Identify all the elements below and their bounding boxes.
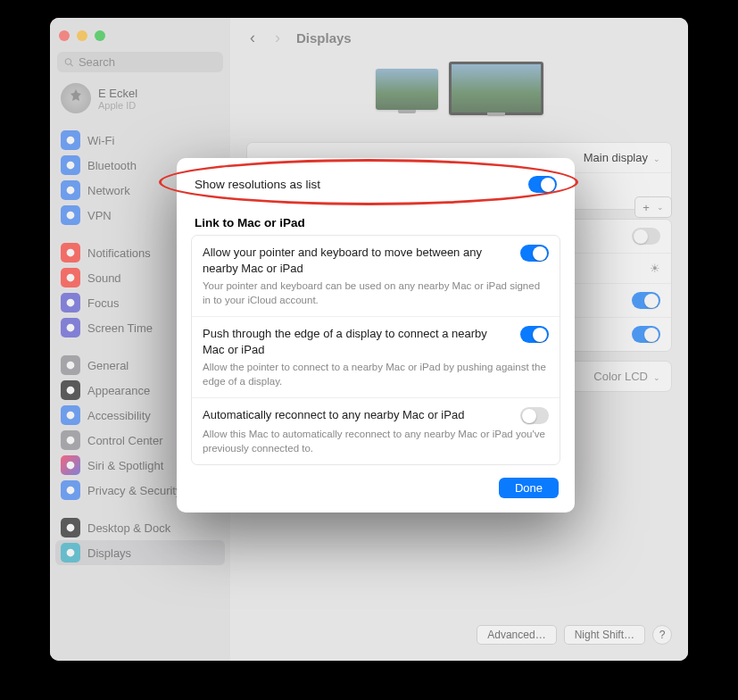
- sidebar-item-label: Wi-Fi: [87, 134, 114, 147]
- svg-point-12: [67, 462, 75, 470]
- svg-point-5: [67, 274, 75, 282]
- night-shift-button[interactable]: Night Shift…: [564, 625, 645, 645]
- sidebar-item-label: Control Center: [87, 434, 163, 447]
- search-icon: [64, 57, 74, 68]
- sidebar-item-label: Notifications: [87, 246, 151, 260]
- main-display-value: Main display: [584, 151, 648, 164]
- svg-point-15: [67, 549, 75, 557]
- sound-icon: [61, 268, 80, 288]
- focus-icon: [61, 293, 80, 312]
- done-button[interactable]: Done: [499, 478, 559, 498]
- svg-point-2: [67, 187, 75, 195]
- sidebar-item-label: Focus: [87, 296, 119, 310]
- link-option-title: Automatically reconnect to any nearby Ma…: [203, 407, 464, 423]
- bottom-button-row: Advanced… Night Shift… ?: [477, 625, 672, 645]
- advanced-button[interactable]: Advanced…: [477, 625, 556, 645]
- sidebar-item-label: Desktop & Dock: [87, 521, 170, 535]
- link-option-2: Automatically reconnect to any nearby Ma…: [192, 398, 560, 464]
- svg-point-9: [67, 387, 75, 395]
- link-option-0: Allow your pointer and keyboard to move …: [192, 236, 560, 317]
- desktop-dock-icon: [61, 518, 80, 538]
- wi-fi-icon: [61, 130, 80, 150]
- svg-point-10: [67, 412, 75, 420]
- account-row[interactable]: E Eckel Apple ID: [50, 81, 230, 121]
- screen-time-icon: [61, 318, 80, 338]
- sidebar-item-label: VPN: [87, 209, 112, 222]
- sidebar-item-label: Privacy & Security: [87, 484, 181, 497]
- link-option-toggle-0[interactable]: [520, 245, 549, 262]
- sidebar-item-desktop-dock[interactable]: Desktop & Dock: [50, 515, 230, 540]
- link-option-desc: Your pointer and keyboard can be used on…: [203, 279, 549, 307]
- minimize-window-button[interactable]: [77, 30, 87, 41]
- svg-point-6: [67, 299, 75, 307]
- sidebar-item-wi-fi[interactable]: Wi-Fi: [50, 128, 230, 153]
- link-option-title: Push through the edge of a display to co…: [203, 326, 511, 357]
- accessibility-icon: [61, 405, 80, 425]
- toggle-3[interactable]: [632, 326, 660, 343]
- sidebar-item-label: General: [87, 359, 129, 372]
- appearance-icon: [61, 380, 80, 400]
- sidebar-item-label: Sound: [87, 271, 121, 285]
- sidebar-item-label: Displays: [87, 546, 131, 560]
- link-option-toggle-1[interactable]: [520, 326, 549, 343]
- page-title: Displays: [296, 30, 352, 46]
- svg-point-3: [67, 212, 75, 220]
- close-window-button[interactable]: [59, 30, 70, 41]
- sidebar-item-displays[interactable]: Displays: [55, 540, 225, 565]
- svg-point-7: [67, 324, 75, 332]
- sidebar-item-label: Appearance: [87, 384, 150, 397]
- brightness-high-icon: ☀: [650, 262, 660, 275]
- link-option-desc: Allow the pointer to connect to a nearby…: [203, 361, 549, 388]
- sidebar-item-label: Accessibility: [87, 409, 151, 422]
- control-center-icon: [61, 430, 80, 450]
- notifications-icon: [61, 243, 80, 262]
- show-resolutions-label: Show resolutions as list: [195, 178, 320, 191]
- link-section-title: Link to Mac or iPad: [180, 202, 571, 235]
- search-input[interactable]: [79, 55, 216, 69]
- privacy-security-icon: [61, 480, 80, 500]
- displays-icon: [61, 543, 80, 562]
- general-icon: [61, 355, 80, 375]
- search-field[interactable]: [57, 52, 223, 72]
- avatar: [61, 83, 91, 113]
- account-subtitle: Apple ID: [98, 100, 137, 111]
- link-options-group: Allow your pointer and keyboard to move …: [191, 235, 560, 465]
- displays-preview: [246, 62, 672, 115]
- show-resolutions-toggle[interactable]: [528, 176, 557, 193]
- svg-point-11: [67, 437, 75, 445]
- main-header: ‹ › Displays: [246, 27, 672, 49]
- svg-point-14: [67, 524, 75, 532]
- forward-button[interactable]: ›: [271, 27, 284, 49]
- sidebar-item-label: Siri & Spotlight: [87, 459, 163, 472]
- maximize-window-button[interactable]: [95, 30, 105, 41]
- svg-point-1: [67, 162, 75, 170]
- vpn-icon: [61, 205, 80, 225]
- svg-point-13: [67, 487, 75, 495]
- link-option-1: Push through the edge of a display to co…: [192, 317, 560, 398]
- display-thumbnail-1[interactable]: [376, 69, 438, 110]
- help-button[interactable]: ?: [652, 625, 672, 645]
- toggle-2[interactable]: [632, 292, 660, 309]
- add-display-button[interactable]: +⌄: [634, 196, 672, 218]
- back-button[interactable]: ‹: [246, 27, 259, 49]
- link-option-title: Allow your pointer and keyboard to move …: [203, 245, 511, 276]
- bluetooth-icon: [61, 155, 80, 175]
- modal-footer: Done: [180, 465, 571, 500]
- link-option-desc: Allow this Mac to automatically reconnec…: [203, 428, 549, 455]
- svg-point-4: [67, 249, 75, 257]
- svg-point-8: [67, 362, 75, 370]
- window-controls: [50, 25, 230, 52]
- color-profile-value: Color LCD: [593, 370, 648, 383]
- sidebar-item-label: Network: [87, 184, 130, 197]
- svg-point-0: [67, 137, 75, 145]
- siri-spotlight-icon: [61, 455, 80, 475]
- account-name: E Eckel: [98, 87, 137, 100]
- display-thumbnail-2[interactable]: [449, 62, 543, 115]
- sidebar-item-label: Screen Time: [87, 321, 153, 335]
- network-icon: [61, 180, 80, 200]
- sidebar-item-label: Bluetooth: [87, 159, 137, 172]
- advanced-modal: Show resolutions as list Link to Mac or …: [177, 158, 575, 512]
- link-option-toggle-2[interactable]: [520, 407, 549, 424]
- show-resolutions-row: Show resolutions as list: [180, 167, 571, 202]
- toggle-1[interactable]: [632, 228, 660, 245]
